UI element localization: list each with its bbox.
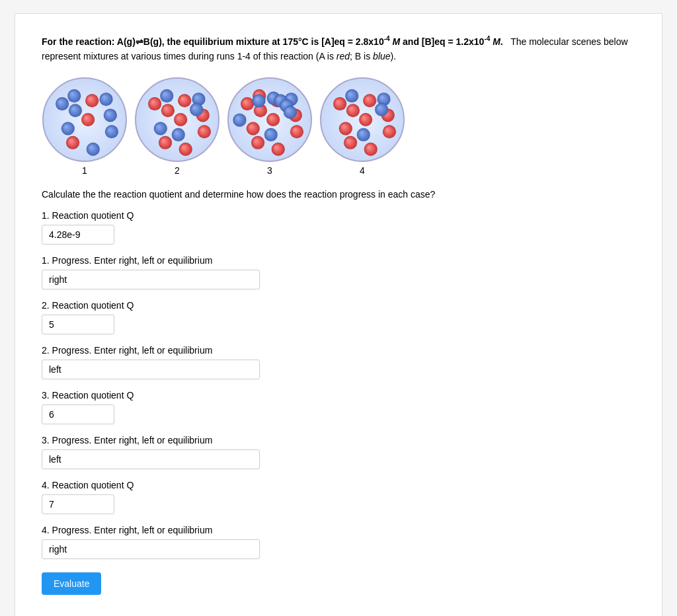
run-3-p-input[interactable]: [42, 449, 260, 469]
intro-strong: For the reaction: A(g)⇌B(g), the equilib…: [42, 36, 503, 47]
scene-4-label: 4: [360, 165, 365, 176]
scene-3-label: 3: [267, 165, 272, 176]
evaluate-button[interactable]: Evaluate: [42, 572, 101, 595]
page-container: For the reaction: A(g)⇌B(g), the equilib…: [15, 13, 662, 616]
run-4-q-input[interactable]: [42, 494, 114, 514]
run-3-section: 3. Reaction quotient Q 3. Progress. Ente…: [42, 390, 635, 469]
run-1-q-label: 1. Reaction quotient Q: [42, 210, 635, 221]
scene-4-canvas: [319, 77, 405, 163]
run-2-q-label: 2. Reaction quotient Q: [42, 300, 635, 311]
run-2-q-input[interactable]: [42, 315, 114, 334]
run-2-p-input[interactable]: [42, 360, 260, 379]
scene-2-container: 2: [134, 77, 220, 176]
molecular-scenes: 1 2 3 4: [42, 77, 635, 176]
scene-1-container: 1: [42, 77, 128, 176]
scene-3-canvas: [227, 77, 313, 163]
run-2-p-label: 2. Progress. Enter right, left or equili…: [42, 345, 635, 356]
run-3-q-input[interactable]: [42, 404, 114, 424]
scene-2-canvas: [134, 77, 220, 163]
scene-1-canvas: [42, 77, 128, 163]
run-4-q-label: 4. Reaction quotient Q: [42, 480, 635, 490]
scene-4-container: 4: [319, 77, 405, 176]
run-1-section: 1. Reaction quotient Q 1. Progress. Ente…: [42, 210, 635, 289]
scene-1-label: 1: [82, 165, 87, 176]
scene-3-container: 3: [227, 77, 313, 176]
question-text: Calculate the the reaction quotient and …: [42, 189, 635, 200]
scene-2-label: 2: [175, 165, 180, 176]
run-3-q-label: 3. Reaction quotient Q: [42, 390, 635, 401]
run-3-p-label: 3. Progress. Enter right, left or equili…: [42, 435, 635, 445]
intro-paragraph: For the reaction: A(g)⇌B(g), the equilib…: [42, 34, 635, 63]
run-4-p-input[interactable]: [42, 539, 260, 559]
run-4-p-label: 4. Progress. Enter right, left or equili…: [42, 525, 635, 535]
run-1-p-input[interactable]: [42, 270, 260, 289]
run-1-q-input[interactable]: [42, 225, 114, 245]
run-2-section: 2. Reaction quotient Q 2. Progress. Ente…: [42, 300, 635, 379]
run-1-p-label: 1. Progress. Enter right, left or equili…: [42, 255, 635, 266]
run-4-section: 4. Reaction quotient Q 4. Progress. Ente…: [42, 480, 635, 559]
